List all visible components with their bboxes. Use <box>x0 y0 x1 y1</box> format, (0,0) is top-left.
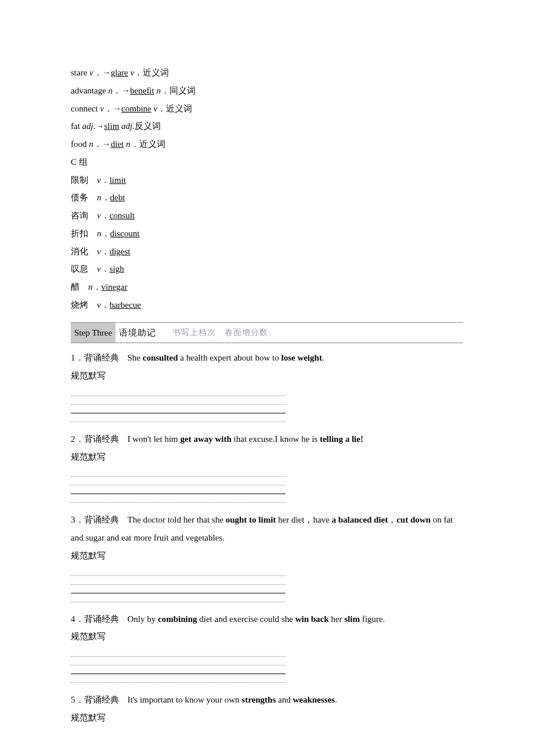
synonym-row: stare v．→glare v．近义词 <box>71 64 463 82</box>
vocab-row: 烧烤 v．barbecue <box>71 296 463 314</box>
classics-list: 1．背诵经典 She consulted a health expert abo… <box>71 349 463 726</box>
classic-sentence: 1．背诵经典 She consulted a health expert abo… <box>71 349 463 367</box>
step-three-header: Step Three 语境助记 书写上档次 卷面增分数 <box>71 322 463 344</box>
vocab-row: 折扣 n．discount <box>71 225 463 243</box>
writing-lines <box>71 467 286 503</box>
synonym-row: food n．→diet n．近义词 <box>71 135 463 153</box>
vocab-row: 消化 v．digest <box>71 243 463 261</box>
classic-sentence: 5．背诵经典 It's important to know your own s… <box>71 691 463 709</box>
classic-sentence: 4．背诵经典 Only by combining diet and exerci… <box>71 610 463 628</box>
writing-lines <box>71 386 286 422</box>
write-label: 规范默写 <box>71 709 463 727</box>
step-title: 语境助记 <box>119 324 156 342</box>
write-label: 规范默写 <box>71 547 463 565</box>
synonym-row: connect v．→combine v．近义词 <box>71 100 463 118</box>
write-label: 规范默写 <box>71 628 463 646</box>
synonym-row: fat adj.→slim adj.反义词 <box>71 117 463 135</box>
classic-sentence: 2．背诵经典 I won't let him get away with tha… <box>71 430 463 448</box>
vocab-row: 债务 n．debt <box>71 189 463 207</box>
group-c-list: 限制 v．limit债务 n．debt咨询 v．consult折扣 n．disc… <box>71 171 463 314</box>
synonym-row: advantage n．→benefit n．同义词 <box>71 82 463 100</box>
classic-sentence: 3．背诵经典 The doctor told her that she ough… <box>71 511 463 547</box>
vocab-row: 醋 n．vinegar <box>71 278 463 296</box>
writing-lines <box>71 647 286 683</box>
write-label: 规范默写 <box>71 367 463 385</box>
vocab-row: 咨询 v．consult <box>71 207 463 225</box>
step-badge: Step Three <box>71 323 116 343</box>
write-label: 规范默写 <box>71 448 463 466</box>
group-b-list: stare v．→glare v．近义词advantage n．→benefit… <box>71 64 463 153</box>
vocab-row: 叹息 v．sigh <box>71 260 463 278</box>
vocab-row: 限制 v．limit <box>71 171 463 189</box>
group-c-heading: C 组 <box>71 153 463 171</box>
step-subtitle: 书写上档次 卷面增分数 <box>172 325 268 341</box>
writing-lines <box>71 566 286 602</box>
